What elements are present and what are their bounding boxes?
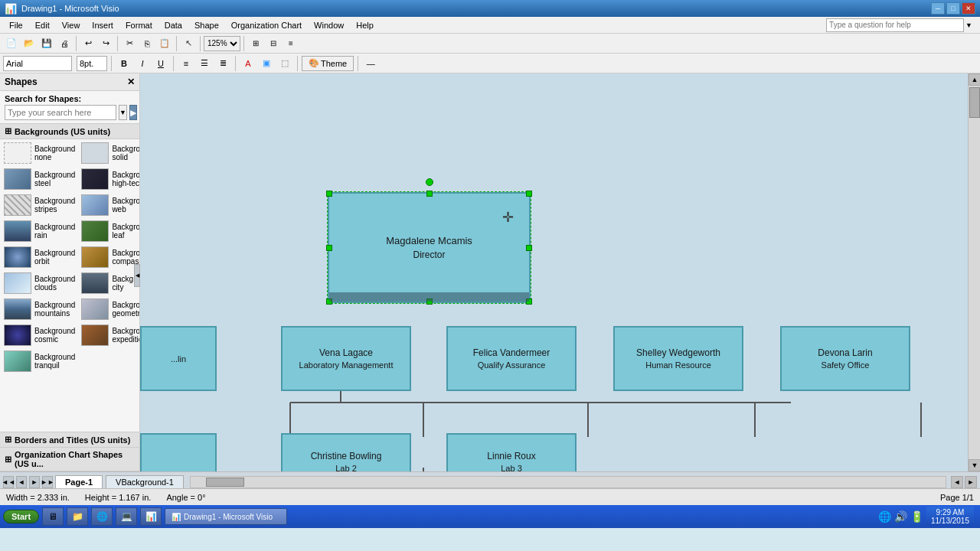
scroll-down-button[interactable]: ▼ bbox=[969, 459, 980, 471]
line-color-button[interactable]: ⬚ bbox=[276, 56, 293, 71]
underline-button[interactable]: U bbox=[152, 56, 169, 71]
h-scroll-right[interactable]: ► bbox=[965, 476, 977, 488]
panel-resize-handle[interactable]: ◀ bbox=[134, 264, 140, 287]
files-button[interactable]: 📁 bbox=[67, 507, 88, 526]
menu-insert[interactable]: Insert bbox=[86, 19, 119, 31]
partial-left-node[interactable]: ...lin bbox=[140, 326, 217, 391]
paste-button[interactable]: 📋 bbox=[156, 35, 173, 52]
shape-background-expedition[interactable]: Backgroundexpedition bbox=[79, 323, 139, 347]
menu-file[interactable]: File bbox=[3, 19, 29, 31]
shape-background-none[interactable]: Backgroundnone bbox=[2, 141, 77, 165]
fill-color-button[interactable]: ▣ bbox=[258, 56, 275, 71]
network-icon[interactable]: 🌐 bbox=[878, 510, 891, 523]
lab-mgmt-node[interactable]: Vena Lagace Laboratory Managementt bbox=[281, 326, 411, 391]
show-desktop-button[interactable]: 🖥 bbox=[42, 507, 64, 526]
tab-page1[interactable]: Page-1 bbox=[55, 475, 103, 488]
tab-nav-first[interactable]: ◄◄ bbox=[3, 476, 14, 488]
zoom-select[interactable]: 125% 100% 75% bbox=[204, 36, 240, 51]
handle-tl[interactable] bbox=[326, 191, 332, 197]
director-node[interactable]: ✛ Magdalene Mcamis Director bbox=[328, 192, 531, 303]
redo-button[interactable]: ↪ bbox=[97, 35, 114, 52]
align-left-button[interactable]: ≡ bbox=[178, 56, 194, 71]
theme-button[interactable]: 🎨 Theme bbox=[302, 56, 354, 71]
tab-nav-prev[interactable]: ◄ bbox=[16, 476, 27, 488]
menu-window[interactable]: Window bbox=[308, 19, 350, 31]
font-color-button[interactable]: A bbox=[240, 56, 256, 71]
bold-button[interactable]: B bbox=[116, 56, 132, 71]
print-button[interactable]: 🖨 bbox=[56, 35, 73, 52]
maximize-button[interactable]: □ bbox=[946, 2, 960, 15]
align-button[interactable]: ≡ bbox=[283, 35, 299, 52]
lab2-node[interactable]: Christine Bowling Lab 2 bbox=[281, 433, 411, 471]
menu-shape[interactable]: Shape bbox=[188, 19, 225, 31]
browser-button[interactable]: 🌐 bbox=[91, 507, 113, 526]
shapes-search-dropdown[interactable]: ▼ bbox=[119, 105, 127, 120]
handle-ml[interactable] bbox=[326, 245, 332, 251]
save-button[interactable]: 💾 bbox=[38, 35, 55, 52]
zoom-control[interactable]: 125% 100% 75% bbox=[204, 36, 240, 51]
scroll-thumb[interactable] bbox=[969, 87, 980, 118]
tab-nav-last[interactable]: ►► bbox=[42, 476, 53, 488]
font-name-input[interactable] bbox=[3, 56, 72, 71]
shapes-close-button[interactable]: ✕ bbox=[127, 77, 135, 87]
handle-mr[interactable] bbox=[526, 245, 532, 251]
borders-titles-section[interactable]: ⊞ Borders and Titles (US units) bbox=[0, 432, 139, 448]
connect-button[interactable]: ⊞ bbox=[247, 35, 264, 52]
hr-node[interactable]: Shelley Wedgeworth Human Resource bbox=[613, 326, 743, 391]
open-button[interactable]: 📂 bbox=[21, 35, 38, 52]
shape-background-city[interactable]: Backgroundcity bbox=[79, 271, 139, 295]
help-input[interactable] bbox=[826, 18, 964, 32]
shape-background-tranquil[interactable]: Backgroundtranquil bbox=[2, 349, 77, 373]
horizontal-scroll-thumb[interactable] bbox=[206, 478, 244, 487]
shape-background-cosmic[interactable]: Backgroundcosmic bbox=[2, 323, 77, 347]
volume-icon[interactable]: 🔊 bbox=[894, 510, 907, 523]
pointer-tool[interactable]: ↖ bbox=[180, 35, 197, 52]
quality-node[interactable]: Felica Vandermeer Qualify Assurance bbox=[446, 326, 577, 391]
shape-background-geometric[interactable]: Backgroundgeometric bbox=[79, 297, 139, 321]
safety-node[interactable]: Devona Larin Safety Office bbox=[780, 326, 910, 391]
scroll-up-button[interactable]: ▲ bbox=[969, 73, 980, 86]
line-style-button[interactable]: — bbox=[362, 56, 379, 71]
menu-data[interactable]: Data bbox=[158, 19, 188, 31]
undo-button[interactable]: ↩ bbox=[80, 35, 96, 52]
align-right-button[interactable]: ≣ bbox=[214, 56, 231, 71]
italic-button[interactable]: I bbox=[134, 56, 151, 71]
shapes-search-go-button[interactable]: ▶ bbox=[129, 105, 137, 120]
clock-display[interactable]: 9:29 AM11/13/2015 bbox=[926, 507, 974, 527]
top-connector-handle[interactable] bbox=[426, 178, 433, 186]
active-task-button[interactable]: 📊 Drawing1 - Microsoft Visio bbox=[165, 508, 287, 525]
shape-background-mountains[interactable]: Backgroundmountains bbox=[2, 297, 77, 321]
tab-vbackground1[interactable]: VBackground-1 bbox=[106, 475, 184, 488]
shape-background-steel[interactable]: Backgroundsteel bbox=[2, 167, 77, 191]
menu-org-chart[interactable]: Organization Chart bbox=[225, 19, 308, 31]
menu-view[interactable]: View bbox=[56, 19, 87, 31]
close-button[interactable]: ✕ bbox=[962, 2, 975, 15]
handle-tr[interactable] bbox=[526, 191, 532, 197]
tab-nav-next[interactable]: ► bbox=[29, 476, 40, 488]
explorer-button[interactable]: 💻 bbox=[116, 507, 137, 526]
menu-edit[interactable]: Edit bbox=[29, 19, 56, 31]
shape-background-hightech[interactable]: Backgroundhigh-tech bbox=[79, 167, 139, 191]
shape-background-orbit[interactable]: Backgroundorbit bbox=[2, 245, 77, 269]
minimize-button[interactable]: ─ bbox=[931, 2, 945, 15]
menu-format[interactable]: Format bbox=[119, 19, 158, 31]
group-button[interactable]: ⊟ bbox=[265, 35, 282, 52]
horizontal-scrollbar[interactable] bbox=[190, 476, 946, 488]
font-size-input[interactable] bbox=[77, 56, 107, 71]
h-scroll-left[interactable]: ◄ bbox=[951, 476, 963, 488]
shape-background-compass[interactable]: Backgroundcompass bbox=[79, 245, 139, 269]
align-center-button[interactable]: ☰ bbox=[196, 56, 213, 71]
cut-button[interactable]: ✂ bbox=[121, 35, 138, 52]
shape-background-solid[interactable]: Backgroundsolid bbox=[79, 141, 139, 165]
window-controls[interactable]: ─ □ ✕ bbox=[931, 2, 975, 15]
start-button[interactable]: Start bbox=[3, 510, 39, 523]
battery-icon[interactable]: 🔋 bbox=[910, 510, 923, 523]
vertical-scrollbar[interactable]: ▲ ▼ bbox=[968, 73, 980, 471]
shapes-search-input[interactable] bbox=[5, 105, 116, 120]
shape-background-clouds[interactable]: Backgroundclouds bbox=[2, 271, 77, 295]
help-dropdown[interactable]: ▼ bbox=[965, 21, 972, 29]
lab3-node[interactable]: Linnie Roux Lab 3 bbox=[446, 433, 577, 471]
shape-background-stripes[interactable]: Backgroundstripes bbox=[2, 193, 77, 217]
visio-taskbar-button[interactable]: 📊 bbox=[140, 507, 162, 526]
shape-background-web[interactable]: Backgroundweb bbox=[79, 193, 139, 217]
